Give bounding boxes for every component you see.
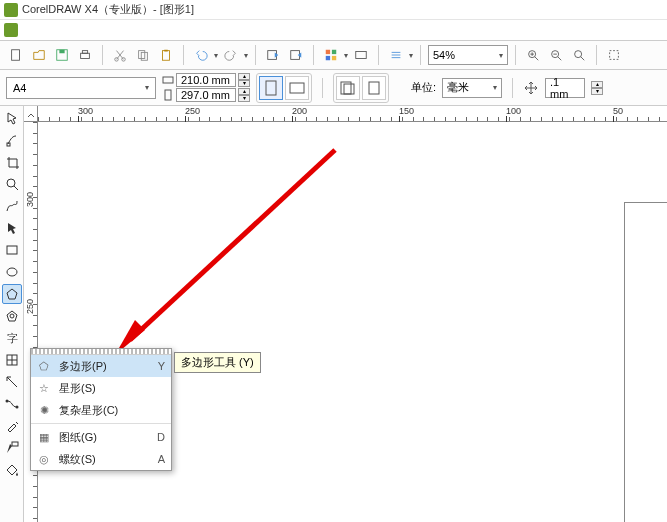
toolbox: 字 [0, 106, 24, 522]
ruler-corner[interactable] [24, 106, 38, 122]
svg-point-37 [15, 406, 18, 409]
app-launcher-button[interactable] [321, 45, 341, 65]
nudge-icon [523, 80, 539, 96]
apply-all-pages-button[interactable] [336, 76, 360, 100]
zoom-tool[interactable] [2, 174, 22, 194]
eyedropper-tool[interactable] [2, 416, 22, 436]
width-spinners[interactable]: ▴▾ [238, 73, 250, 87]
freehand-tool[interactable] [2, 196, 22, 216]
flyout-label: 图纸(G) [59, 430, 145, 445]
save-button[interactable] [52, 45, 72, 65]
flyout-complex-star[interactable]: ✺ 复杂星形(C) [31, 399, 171, 421]
paper-size-select[interactable]: A4 ▾ [6, 77, 156, 99]
complex-star-icon: ✺ [37, 404, 51, 417]
apply-current-page-button[interactable] [362, 76, 386, 100]
separator [313, 45, 314, 65]
polygon-tool[interactable] [2, 284, 22, 304]
flyout-shortcut: Y [153, 360, 165, 372]
app-title: CorelDRAW X4（专业版）- [图形1] [22, 2, 194, 17]
svg-rect-10 [164, 50, 168, 52]
property-bar: A4 ▾ 210.0 mm ▴▾ 297.0 mm ▴▾ 单位: 毫米 ▾ .1… [0, 70, 667, 106]
basic-shapes-tool[interactable] [2, 306, 22, 326]
redo-dropdown[interactable]: ▾ [244, 51, 248, 60]
nudge-spinners[interactable]: ▴▾ [591, 81, 603, 95]
launcher-dropdown[interactable]: ▾ [344, 51, 348, 60]
import-button[interactable] [263, 45, 283, 65]
svg-rect-23 [165, 90, 171, 100]
flyout-label: 多边形(P) [59, 359, 145, 374]
undo-button[interactable] [191, 45, 211, 65]
width-input[interactable]: 210.0 mm [176, 73, 236, 87]
paper-value: A4 [13, 82, 26, 94]
height-spinners[interactable]: ▴▾ [238, 88, 250, 102]
zoom-in-button[interactable] [523, 45, 543, 65]
height-input[interactable]: 297.0 mm [176, 88, 236, 102]
flyout-star[interactable]: ☆ 星形(S) [31, 377, 171, 399]
unit-select[interactable]: 毫米 ▾ [442, 78, 502, 98]
page [624, 202, 667, 522]
zoom-out-button[interactable] [546, 45, 566, 65]
svg-rect-31 [7, 246, 17, 254]
separator [378, 45, 379, 65]
ellipse-tool[interactable] [2, 262, 22, 282]
svg-rect-3 [81, 53, 90, 58]
svg-rect-0 [12, 50, 20, 61]
dimension-tool[interactable] [2, 372, 22, 392]
doc-icon [4, 23, 18, 37]
separator [515, 45, 516, 65]
svg-rect-16 [332, 56, 336, 60]
svg-point-30 [7, 179, 15, 187]
flyout-label: 星形(S) [59, 381, 145, 396]
options-dropdown[interactable]: ▾ [409, 51, 413, 60]
outline-tool[interactable] [2, 438, 22, 458]
svg-rect-38 [12, 442, 18, 446]
nudge-input[interactable]: .1 mm [545, 78, 585, 98]
snap-button[interactable] [604, 45, 624, 65]
crop-tool[interactable] [2, 152, 22, 172]
flyout-shortcut: A [153, 453, 165, 465]
zoom-options-button[interactable] [569, 45, 589, 65]
svg-rect-24 [266, 81, 276, 95]
smart-fill-tool[interactable] [2, 218, 22, 238]
flyout-polygon[interactable]: ⬠ 多边形(P) Y [31, 355, 171, 377]
tooltip: 多边形工具 (Y) [174, 352, 261, 373]
shape-tool[interactable] [2, 130, 22, 150]
copy-button[interactable] [133, 45, 153, 65]
svg-rect-29 [7, 143, 10, 146]
export-button[interactable] [286, 45, 306, 65]
flyout-graph-paper[interactable]: ▦ 图纸(G) D [31, 426, 171, 448]
options-button[interactable] [386, 45, 406, 65]
new-button[interactable] [6, 45, 26, 65]
spiral-icon: ◎ [37, 453, 51, 466]
cut-button[interactable] [110, 45, 130, 65]
text-tool[interactable]: 字 [2, 328, 22, 348]
zoom-select[interactable]: 54% ▾ [428, 45, 508, 65]
page-apply-group [333, 73, 389, 103]
chevron-down-icon: ▾ [499, 51, 503, 60]
undo-dropdown[interactable]: ▾ [214, 51, 218, 60]
print-button[interactable] [75, 45, 95, 65]
svg-text:字: 字 [7, 332, 18, 344]
svg-rect-17 [356, 52, 367, 59]
rectangle-tool[interactable] [2, 240, 22, 260]
paste-button[interactable] [156, 45, 176, 65]
svg-point-33 [10, 314, 14, 318]
redo-button[interactable] [221, 45, 241, 65]
separator [102, 45, 103, 65]
fill-tool[interactable] [2, 460, 22, 480]
table-tool[interactable] [2, 350, 22, 370]
flyout-spiral[interactable]: ◎ 螺纹(S) A [31, 448, 171, 470]
svg-point-36 [5, 400, 8, 403]
portrait-button[interactable] [259, 76, 283, 100]
pick-tool[interactable] [2, 108, 22, 128]
svg-rect-15 [326, 56, 330, 60]
landscape-button[interactable] [285, 76, 309, 100]
separator [31, 423, 171, 424]
zoom-value: 54% [433, 49, 455, 61]
separator [255, 45, 256, 65]
connector-tool[interactable] [2, 394, 22, 414]
svg-rect-9 [163, 51, 170, 61]
svg-rect-28 [369, 82, 379, 94]
open-button[interactable] [29, 45, 49, 65]
welcome-button[interactable] [351, 45, 371, 65]
